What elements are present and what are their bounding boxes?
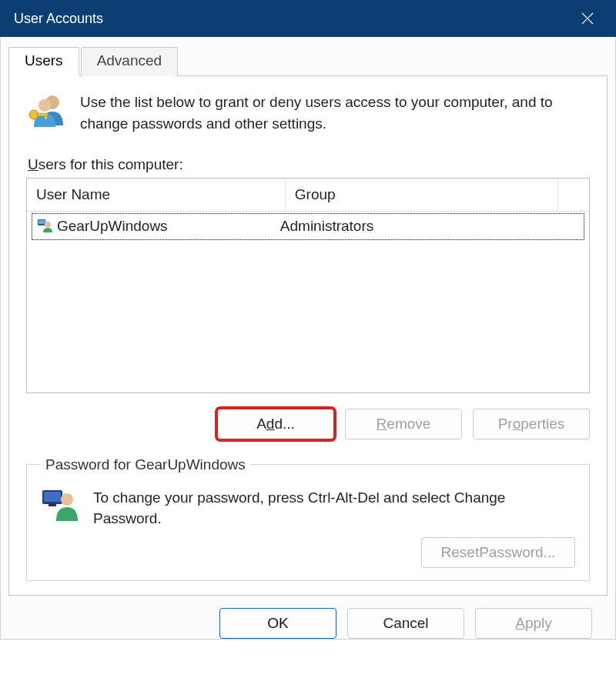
- svg-rect-5: [37, 113, 48, 116]
- users-keys-icon: [26, 92, 66, 135]
- svg-rect-12: [49, 504, 56, 506]
- users-list[interactable]: User Name Group GearUpWindows: [26, 178, 590, 393]
- cancel-button-label: Cancel: [383, 615, 428, 632]
- tab-advanced[interactable]: Advanced: [81, 47, 179, 76]
- col-header-username[interactable]: User Name: [27, 179, 286, 211]
- titlebar: User Accounts: [0, 0, 616, 37]
- tab-users-label: Users: [25, 52, 63, 68]
- password-groupbox-legend: Password for GearUpWindows: [41, 456, 250, 473]
- ok-button-label: OK: [267, 615, 288, 632]
- list-row[interactable]: GearUpWindows Administrators: [32, 213, 584, 240]
- dialog-body: Users Advanced Use the list below to gra…: [0, 37, 616, 640]
- intro-text: Use the list below to grant or deny user…: [80, 92, 590, 135]
- svg-rect-11: [44, 492, 61, 502]
- cancel-button[interactable]: Cancel: [347, 608, 464, 639]
- tabstrip: Users Advanced: [8, 46, 608, 76]
- user-monitor-icon: [41, 487, 79, 529]
- list-header: User Name Group: [27, 179, 589, 212]
- svg-point-13: [61, 493, 73, 506]
- list-button-row: Add... Remove Properties: [26, 409, 590, 439]
- col-header-group[interactable]: Group: [286, 179, 558, 211]
- close-icon[interactable]: [570, 1, 605, 36]
- password-groupbox: Password for GearUpWindows To change you…: [26, 456, 590, 581]
- tab-panel-users: Use the list below to grant or deny user…: [8, 76, 608, 596]
- window-title: User Accounts: [14, 11, 103, 27]
- users-list-label: Users for this computer:: [28, 156, 590, 173]
- user-row-icon: [37, 217, 52, 236]
- row-username: GearUpWindows: [57, 218, 168, 235]
- tab-users[interactable]: Users: [8, 47, 79, 76]
- svg-rect-6: [45, 116, 47, 119]
- row-group: Administrators: [280, 218, 579, 235]
- ok-button[interactable]: OK: [219, 608, 336, 639]
- col-header-spacer: [558, 179, 589, 211]
- svg-rect-8: [38, 220, 45, 224]
- password-instruction-text: To change your password, press Ctrl-Alt-…: [93, 487, 575, 529]
- properties-button[interactable]: Properties: [473, 409, 590, 439]
- dialog-footer: OK Cancel Apply: [8, 596, 608, 639]
- apply-button[interactable]: Apply: [475, 608, 592, 639]
- add-button[interactable]: Add...: [217, 409, 334, 439]
- reset-password-button[interactable]: Reset Password...: [421, 537, 575, 568]
- remove-button[interactable]: Remove: [345, 409, 462, 439]
- svg-point-3: [38, 99, 51, 112]
- svg-point-9: [45, 222, 51, 228]
- intro-block: Use the list below to grant or deny user…: [26, 92, 590, 135]
- tab-advanced-label: Advanced: [97, 52, 162, 68]
